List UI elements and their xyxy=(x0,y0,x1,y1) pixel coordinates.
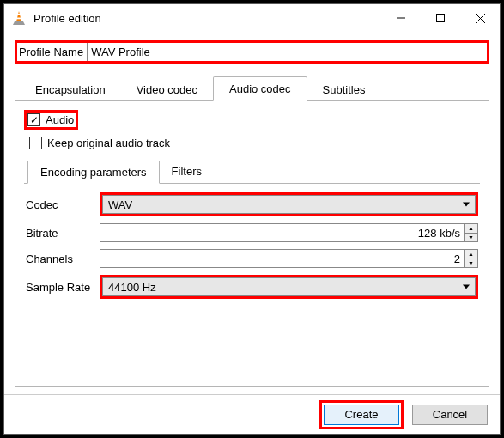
encoding-parameters-panel: Codec WAV Bitrate 128 kb/s ▲▼ xyxy=(24,184,480,307)
svg-rect-5 xyxy=(437,15,445,22)
svg-rect-2 xyxy=(15,18,22,20)
bitrate-label: Bitrate xyxy=(26,227,100,240)
bitrate-stepper[interactable]: ▲▼ xyxy=(464,224,477,241)
maximize-button[interactable] xyxy=(421,4,460,32)
vlc-cone-icon xyxy=(11,10,27,26)
profile-name-row: Profile Name WAV Profile xyxy=(15,40,489,64)
inner-tabstrip: Encoding parameters Filters xyxy=(24,160,480,184)
sample-rate-combobox[interactable]: 44100 Hz xyxy=(102,277,476,296)
close-button[interactable] xyxy=(460,4,500,32)
codec-value: WAV xyxy=(108,198,132,211)
chevron-down-icon xyxy=(463,285,470,289)
keep-original-checkbox[interactable] xyxy=(29,137,42,149)
svg-marker-0 xyxy=(16,11,21,21)
create-button[interactable]: Create xyxy=(324,405,399,425)
minimize-button[interactable] xyxy=(381,4,421,32)
audio-checkbox-highlight: Audio xyxy=(24,110,78,130)
window-title: Profile edition xyxy=(33,12,101,25)
channels-label: Channels xyxy=(26,252,100,265)
sample-rate-value: 44100 Hz xyxy=(108,281,156,294)
channels-stepper[interactable]: ▲▼ xyxy=(464,250,477,267)
profile-edition-window: Profile edition Profile Name WAV Profile… xyxy=(3,3,501,435)
dialog-footer: Create Cancel xyxy=(4,394,500,434)
tab-encapsulation[interactable]: Encapsulation xyxy=(20,78,121,101)
titlebar: Profile edition xyxy=(4,4,500,32)
keep-original-label: Keep original audio track xyxy=(47,137,170,149)
channels-spinner[interactable]: 2 ▲▼ xyxy=(100,249,478,268)
svg-rect-1 xyxy=(16,14,21,15)
tab-audio-codec[interactable]: Audio codec xyxy=(213,76,307,101)
tab-video-codec[interactable]: Video codec xyxy=(121,78,213,101)
profile-name-input[interactable]: WAV Profile xyxy=(88,43,487,61)
audio-checkbox[interactable] xyxy=(27,113,40,126)
channels-value: 2 xyxy=(100,252,464,265)
profile-name-label: Profile Name xyxy=(17,43,88,61)
tab-filters[interactable]: Filters xyxy=(160,161,214,184)
chevron-down-icon xyxy=(463,203,470,207)
codec-combobox[interactable]: WAV xyxy=(102,195,476,214)
cancel-button[interactable]: Cancel xyxy=(412,405,488,425)
tab-subtitles[interactable]: Subtitles xyxy=(307,78,381,101)
create-button-highlight: Create xyxy=(319,400,404,429)
codec-label: Codec xyxy=(26,198,100,211)
tab-encoding-parameters[interactable]: Encoding parameters xyxy=(27,161,160,184)
svg-marker-3 xyxy=(13,21,25,25)
sample-rate-label: Sample Rate xyxy=(26,281,100,294)
bitrate-value: 128 kb/s xyxy=(100,227,464,240)
audio-codec-panel: Audio Keep original audio track Encoding… xyxy=(15,101,489,387)
main-tabstrip: Encapsulation Video codec Audio codec Su… xyxy=(15,76,489,101)
audio-checkbox-label: Audio xyxy=(46,113,74,126)
bitrate-spinner[interactable]: 128 kb/s ▲▼ xyxy=(100,223,478,242)
